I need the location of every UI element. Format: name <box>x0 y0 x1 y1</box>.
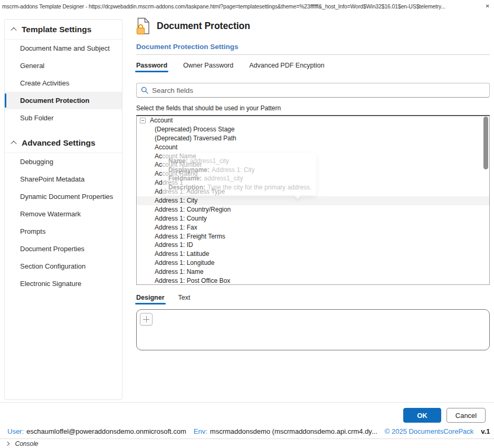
field-row[interactable]: Address 1: Country/Region <box>137 205 489 214</box>
sidebar-section-advanced-settings[interactable]: Advanced Settings <box>5 133 122 153</box>
field-row-label: Account <box>150 116 173 125</box>
settings-subtitle: Document Protection Settings <box>136 43 490 51</box>
field-row[interactable]: Address 1: Name <box>137 268 489 277</box>
sidebar-item-remove-watermark[interactable]: Remove Watermark <box>5 205 122 223</box>
cancel-button[interactable]: Cancel <box>446 408 486 423</box>
field-row[interactable]: Account Rating <box>137 169 489 178</box>
env-label: Env: <box>194 427 207 435</box>
search-fields-box[interactable] <box>136 83 490 98</box>
field-row[interactable]: Address 1: Address Type <box>137 187 489 196</box>
tab-designer[interactable]: Designer <box>136 294 165 304</box>
user-value: eschaumloffel@poweraddonsdemo.onmicrosof… <box>26 427 186 435</box>
field-row[interactable]: Account Name <box>137 152 489 161</box>
console-bar[interactable]: Console <box>0 439 494 448</box>
ok-button[interactable]: OK <box>403 408 441 423</box>
sidebar-item-prompts[interactable]: Prompts <box>5 223 122 240</box>
sidebar-item-create-activities[interactable]: Create Activities <box>5 74 122 92</box>
sidebar-item-sub-folder[interactable]: Sub Folder <box>5 109 122 127</box>
sidebar-item-debugging[interactable]: Debugging <box>5 153 122 170</box>
page-title: Document Protection <box>157 21 250 32</box>
user-label: User: <box>7 427 24 435</box>
page-header: Document Protection <box>136 17 490 35</box>
add-field-button[interactable] <box>140 313 153 326</box>
sidebar-item-electronic-signature[interactable]: Electronic Signature <box>5 275 122 292</box>
close-icon[interactable]: ✕ <box>486 3 490 9</box>
console-label: Console <box>15 440 39 447</box>
section-label: Template Settings <box>22 25 91 34</box>
sidebar-spacer <box>5 127 122 133</box>
field-row[interactable]: Address 1: Longitude <box>137 259 489 268</box>
status-footer: User: eschaumloffel@poweraddonsdemo.onmi… <box>7 426 490 436</box>
field-list-label: Select the fields that should be used in… <box>136 104 490 112</box>
section-label: Advanced Settings <box>22 138 96 148</box>
field-row[interactable]: (Deprecated) Process Stage <box>137 125 489 134</box>
field-row[interactable]: Address 1: Freight Terms <box>137 232 489 241</box>
divider <box>136 54 490 55</box>
main-panel: Document Protection Document Protection … <box>136 17 490 350</box>
field-row-selected[interactable]: Address 1: City <box>137 196 489 205</box>
field-row[interactable]: Address 1 <box>137 178 489 187</box>
sidebar-item-sharepoint-metadata[interactable]: SharePoint Metadata <box>5 170 122 188</box>
tab-advanced-pdf-encryption[interactable]: Advanced PDF Encyption <box>249 62 324 72</box>
tab-password[interactable]: Password <box>136 62 167 72</box>
sidebar-item-document-properties[interactable]: Document Properties <box>5 240 122 258</box>
sidebar-section-template-settings[interactable]: Template Settings <box>5 20 122 40</box>
search-input[interactable] <box>152 87 485 94</box>
field-row[interactable]: Account <box>137 143 489 152</box>
field-row-root[interactable]: Account <box>137 116 489 125</box>
field-list: Account (Deprecated) Process Stage (Depr… <box>136 115 490 285</box>
tab-text[interactable]: Text <box>178 294 191 304</box>
sidebar-item-document-protection[interactable]: Document Protection <box>5 92 122 109</box>
chevron-up-icon <box>11 27 16 33</box>
field-row[interactable]: Address 1: Latitude <box>137 250 489 259</box>
field-row[interactable]: Address 1: County <box>137 214 489 223</box>
field-row[interactable]: Address 1: Fax <box>137 223 489 232</box>
scrollbar-thumb[interactable] <box>483 117 488 169</box>
sidebar-item-dynamic-document-properties[interactable]: Dynamic Document Properties <box>5 188 122 205</box>
field-row[interactable]: Account Number <box>137 160 489 169</box>
document-lock-icon <box>136 17 150 35</box>
sidebar-item-section-configuration[interactable]: Section Configuration <box>5 258 122 275</box>
chevron-up-icon <box>11 140 16 146</box>
sidebar-item-general[interactable]: General <box>5 57 122 74</box>
field-row[interactable]: Address 1: ID <box>137 241 489 250</box>
field-row[interactable]: Address 1: Post Office Box <box>137 277 489 285</box>
magnifier-icon <box>141 87 148 94</box>
env-value: mscrmaddonsdemo (mscrmaddonsdemo.api.crm… <box>210 427 377 435</box>
field-row[interactable]: (Deprecated) Traversed Path <box>137 134 489 143</box>
tab-owner-password[interactable]: Owner Password <box>183 62 233 72</box>
copyright-link[interactable]: © 2025 DocumentsCorePack <box>385 427 474 435</box>
pattern-tabs: Designer Text <box>136 294 490 304</box>
settings-sidebar: Template Settings Document Name and Subj… <box>4 19 122 400</box>
pattern-designer-canvas[interactable] <box>136 309 490 350</box>
version-label: v.1.0.0.81 <box>481 427 490 435</box>
collapse-minus-icon[interactable] <box>140 118 146 123</box>
divider <box>0 402 494 403</box>
chevron-right-icon <box>5 442 10 446</box>
sidebar-item-document-name-and-subject[interactable]: Document Name and Subject <box>5 40 122 57</box>
window-title: mscrm-addons Template Designer - https:/… <box>0 0 494 13</box>
protection-tabs: Password Owner Password Advanced PDF Enc… <box>136 62 490 72</box>
